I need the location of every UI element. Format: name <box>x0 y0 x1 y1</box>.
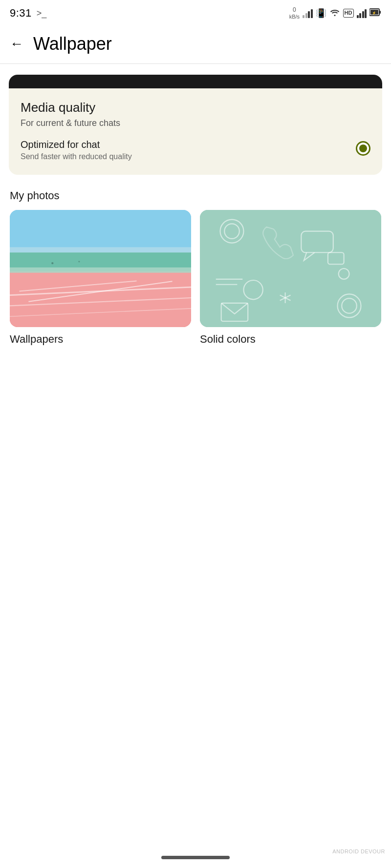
wifi-icon <box>329 8 340 18</box>
radio-button-selected[interactable] <box>356 141 370 156</box>
vibrate-icon: 📳 <box>316 8 326 19</box>
wallpaper-preview <box>10 210 191 327</box>
svg-point-13 <box>78 261 80 262</box>
card-subtitle: For current & future chats <box>21 118 370 128</box>
card-content: Media quality For current & future chats… <box>9 88 382 175</box>
wallpapers-item[interactable]: Wallpapers <box>10 210 191 346</box>
data-speed: 0 kB/s <box>289 7 300 19</box>
status-bar: 9:31 >_ 0 kB/s 📳 HD <box>0 0 391 24</box>
wallpapers-label: Wallpapers <box>10 333 191 346</box>
card-title: Media quality <box>21 100 370 115</box>
hd-badge: HD <box>343 9 354 17</box>
battery-icon: ⚡ <box>369 8 381 19</box>
option-desc: Send faster with reduced quality <box>21 152 132 161</box>
watermark: ANDROID DEVOUR <box>332 848 385 854</box>
header-divider <box>0 63 391 64</box>
thumbnails-grid: Wallpapers <box>0 210 391 346</box>
solid-colors-preview <box>200 210 381 327</box>
page-title: Wallpaper <box>33 34 112 54</box>
cellular-icon <box>357 8 367 18</box>
card-top-bar <box>9 75 382 88</box>
header: ← Wallpaper <box>0 24 391 63</box>
signal-bars-icon <box>303 8 313 18</box>
solid-colors-label: Solid colors <box>200 333 381 346</box>
my-photos-label: My photos <box>0 186 391 210</box>
svg-rect-4 <box>10 210 191 252</box>
optimized-option[interactable]: Optimized for chat Send faster with redu… <box>21 139 370 161</box>
solid-colors-thumbnail[interactable] <box>200 210 381 327</box>
svg-rect-14 <box>200 210 381 327</box>
wallpapers-thumbnail[interactable] <box>10 210 191 327</box>
radio-inner <box>359 145 367 152</box>
status-time: 9:31 <box>10 7 32 20</box>
media-quality-card: Media quality For current & future chats… <box>9 75 382 175</box>
terminal-icon: >_ <box>37 8 47 19</box>
wallpaper-svg <box>10 210 191 327</box>
svg-point-12 <box>51 262 53 264</box>
status-icons: 0 kB/s 📳 HD <box>289 7 381 19</box>
solid-colors-item[interactable]: Solid colors <box>200 210 381 346</box>
svg-rect-8 <box>10 273 191 327</box>
option-label: Optimized for chat <box>21 139 132 150</box>
back-button[interactable]: ← <box>10 36 23 52</box>
svg-text:⚡: ⚡ <box>372 11 376 15</box>
svg-rect-1 <box>379 11 381 14</box>
pattern-svg <box>200 210 381 327</box>
home-indicator <box>161 856 230 859</box>
